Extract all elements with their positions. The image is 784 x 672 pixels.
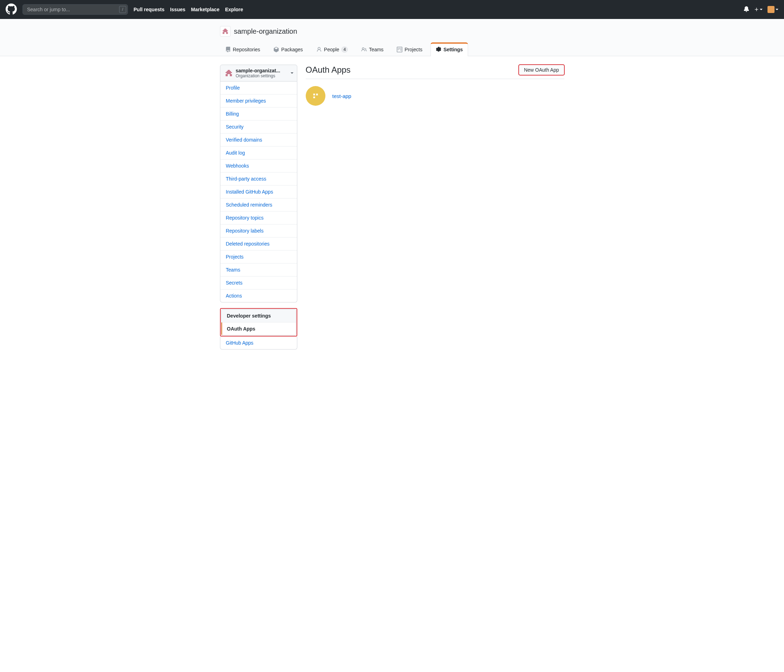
developer-settings-menu-2: GitHub Apps xyxy=(220,337,297,349)
context-switcher[interactable]: sample-organizat... Organization setting… xyxy=(220,65,297,82)
sidebar-item-webhooks[interactable]: Webhooks xyxy=(220,159,297,172)
page-title: OAuth Apps xyxy=(306,65,351,75)
chevron-down-icon xyxy=(291,72,293,75)
app-row: test-app xyxy=(306,79,565,113)
top-right xyxy=(744,6,778,13)
sidebar-item-verified-domains[interactable]: Verified domains xyxy=(220,133,297,146)
search-input[interactable] xyxy=(22,4,128,15)
sidebar-item-security[interactable]: Security xyxy=(220,120,297,133)
tabbar: Repositories Packages People 4 Teams Pro… xyxy=(215,42,570,56)
nav-marketplace[interactable]: Marketplace xyxy=(191,7,219,12)
top-nav: Pull requests Issues Marketplace Explore xyxy=(134,7,243,12)
settings-menu: Profile Member privileges Billing Securi… xyxy=(220,82,297,303)
sidebar-item-repo-labels[interactable]: Repository labels xyxy=(220,224,297,237)
tab-label: People xyxy=(324,47,339,52)
sidebar-item-secrets[interactable]: Secrets xyxy=(220,276,297,289)
tab-settings[interactable]: Settings xyxy=(431,42,468,56)
tab-packages[interactable]: Packages xyxy=(268,42,308,56)
developer-settings-menu: Developer settings OAuth Apps xyxy=(221,309,296,335)
sidebar-item-repo-topics[interactable]: Repository topics xyxy=(220,211,297,224)
avatar xyxy=(767,6,775,13)
org-title: sample-organization xyxy=(215,25,570,42)
tab-label: Repositories xyxy=(233,47,260,52)
tab-repositories[interactable]: Repositories xyxy=(220,42,266,56)
nav-pull-requests[interactable]: Pull requests xyxy=(134,7,165,12)
nav-explore[interactable]: Explore xyxy=(225,7,243,12)
sidebar-item-github-apps[interactable]: GitHub Apps xyxy=(220,337,297,349)
people-count-badge: 4 xyxy=(341,47,348,53)
tab-label: Settings xyxy=(443,47,463,52)
slash-key-icon: / xyxy=(119,6,126,13)
topbar: / Pull requests Issues Marketplace Explo… xyxy=(0,0,784,19)
app-link[interactable]: test-app xyxy=(333,93,352,99)
nav-issues[interactable]: Issues xyxy=(170,7,185,12)
tab-label: Teams xyxy=(369,47,383,52)
sidebar-item-actions[interactable]: Actions xyxy=(220,289,297,302)
context-subtitle: Organization settings xyxy=(236,73,293,78)
sidebar-item-installed-apps[interactable]: Installed GitHub Apps xyxy=(220,185,297,198)
sidebar-item-oauth-apps[interactable]: OAuth Apps xyxy=(221,323,296,335)
sidebar-item-third-party[interactable]: Third-party access xyxy=(220,172,297,185)
sidebar-item-deleted-repos[interactable]: Deleted repositories xyxy=(220,237,297,250)
content: sample-organizat... Organization setting… xyxy=(215,56,570,358)
sidebar: sample-organizat... Organization setting… xyxy=(220,65,297,349)
new-oauth-app-button[interactable]: New OAuth App xyxy=(519,65,565,75)
context-title: sample-organizat... xyxy=(236,68,293,73)
notifications-icon[interactable] xyxy=(744,6,749,13)
tab-projects[interactable]: Projects xyxy=(392,42,428,56)
sidebar-item-audit-log[interactable]: Audit log xyxy=(220,146,297,159)
main: OAuth Apps New OAuth App test-app xyxy=(306,65,565,349)
org-name[interactable]: sample-organization xyxy=(234,27,297,36)
sidebar-item-projects[interactable]: Projects xyxy=(220,250,297,263)
tab-label: Packages xyxy=(281,47,303,52)
tab-teams[interactable]: Teams xyxy=(356,42,389,56)
sidebar-item-billing[interactable]: Billing xyxy=(220,107,297,120)
tab-people[interactable]: People 4 xyxy=(311,42,353,56)
create-new-dropdown[interactable] xyxy=(754,7,762,12)
subheader: sample-organization Repositories Package… xyxy=(0,19,784,56)
chevron-down-icon xyxy=(776,9,778,12)
tab-label: Projects xyxy=(404,47,422,52)
search-field[interactable]: / xyxy=(22,4,128,15)
github-logo[interactable] xyxy=(6,3,17,16)
org-avatar xyxy=(220,26,230,37)
user-menu[interactable] xyxy=(767,6,778,13)
dev-settings-heading: Developer settings xyxy=(221,309,296,323)
sidebar-item-teams[interactable]: Teams xyxy=(220,263,297,276)
org-icon xyxy=(224,69,233,77)
page-head: OAuth Apps New OAuth App xyxy=(306,65,565,79)
sidebar-item-scheduled-reminders[interactable]: Scheduled reminders xyxy=(220,198,297,211)
chevron-down-icon xyxy=(760,9,762,12)
app-icon xyxy=(306,86,325,106)
sidebar-item-profile[interactable]: Profile xyxy=(220,82,297,94)
sidebar-item-member-privileges[interactable]: Member privileges xyxy=(220,94,297,107)
